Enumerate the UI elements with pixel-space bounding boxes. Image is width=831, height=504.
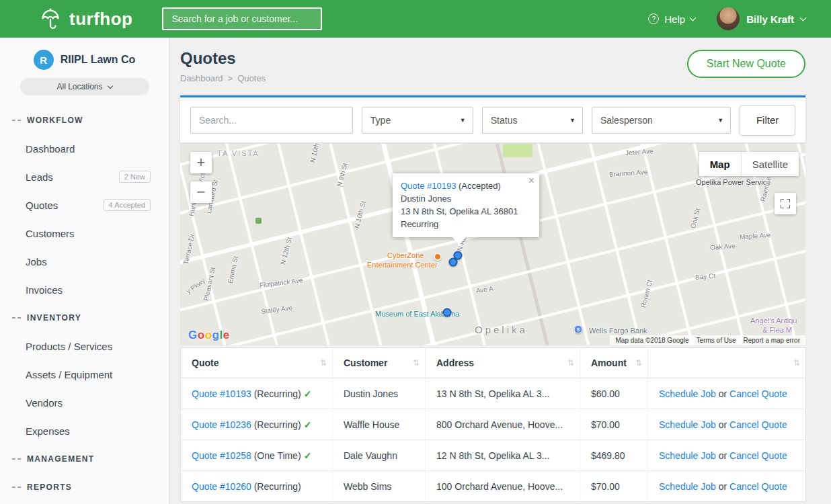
zoom-out-button[interactable]: − <box>190 181 212 203</box>
table-row: Quote #10236 (Recurring)✓ Waffle House 8… <box>181 409 806 440</box>
breadcrumb-dashboard[interactable]: Dashboard <box>180 73 223 83</box>
column-header-address[interactable]: Address⇅ <box>426 348 580 378</box>
column-header-quote[interactable]: Quote⇅ <box>181 348 333 378</box>
sidebar-item-vendors[interactable]: Vendors <box>0 388 169 417</box>
sidebar-item-assets-equipment[interactable]: Assets / Equipment <box>0 360 169 388</box>
main: Quotes Dashboard>Quotes Start New Quote … <box>169 38 831 504</box>
quote-link[interactable]: Quote #10258 <box>192 450 251 461</box>
map-type-satellite-button[interactable]: Satellite <box>742 152 799 176</box>
amount-cell: $60.00 <box>580 378 648 409</box>
sort-icon[interactable]: ⇅ <box>567 358 574 368</box>
item-label: Invoices <box>26 284 63 296</box>
quote-type: (Recurring) <box>254 388 301 399</box>
cancel-quote-link[interactable]: Cancel Quote <box>729 388 787 399</box>
info-window-quote-link[interactable]: Quote #10193 <box>401 181 456 191</box>
bank-marker[interactable]: $ <box>574 325 583 334</box>
fullscreen-button[interactable] <box>775 193 796 214</box>
park-icon <box>255 218 262 224</box>
map-label: Opelika <box>475 324 528 335</box>
sort-icon[interactable]: ⇅ <box>793 358 800 368</box>
customer-cell: Webb Sims <box>333 471 426 502</box>
cancel-quote-link[interactable]: Cancel Quote <box>729 419 787 430</box>
sidebar-item-quotes[interactable]: Quotes 4 Accepted <box>0 191 169 219</box>
quote-link[interactable]: Quote #10193 <box>192 388 251 399</box>
chevron-down-icon <box>690 14 697 21</box>
address-cell: 13 N 8th St, Opelika AL 3... <box>426 378 580 409</box>
locations-label: All Locations <box>56 82 102 91</box>
column-header-actions[interactable]: ⇅ <box>648 348 806 378</box>
start-new-quote-button[interactable]: Start New Quote <box>687 50 805 78</box>
section-inventory[interactable]: INVENTORY <box>0 304 169 332</box>
quote-link[interactable]: Quote #10236 <box>192 419 251 430</box>
sidebar-item-products-services[interactable]: Products / Services <box>0 332 169 360</box>
sidebar-item-dashboard[interactable]: Dashboard <box>0 134 169 163</box>
amount-cell: $70.00 <box>580 409 648 440</box>
schedule-job-link[interactable]: Schedule Job <box>659 481 716 492</box>
item-label: Products / Services <box>26 341 112 352</box>
quotes-search-input[interactable] <box>190 107 353 134</box>
map[interactable]: TA VISTAN 10th StN 9th StN 10th StN 12th… <box>180 144 805 345</box>
map-label: & Flea M <box>762 326 792 334</box>
schedule-job-link[interactable]: Schedule Job <box>659 450 716 461</box>
help-menu[interactable]: ? Help <box>648 13 695 25</box>
quote-marker[interactable] <box>454 251 463 260</box>
brand[interactable]: turfhop <box>38 6 132 32</box>
sidebar-item-invoices[interactable]: Invoices <box>0 276 169 304</box>
quote-type: (Recurring) <box>254 481 301 492</box>
leads-badge: 2 New <box>119 171 151 183</box>
report-map-error-link[interactable]: Report a map error <box>744 337 800 344</box>
user-menu[interactable]: Billy Kraft <box>717 7 805 30</box>
breadcrumb-quotes[interactable]: Quotes <box>237 73 266 83</box>
help-label: Help <box>664 13 685 25</box>
sidebar-item-customers[interactable]: Customers <box>0 219 169 247</box>
schedule-job-link[interactable]: Schedule Job <box>659 419 716 430</box>
item-label: Leads <box>26 171 53 183</box>
cancel-quote-link[interactable]: Cancel Quote <box>729 481 787 492</box>
section-reports[interactable]: REPORTS <box>0 473 169 501</box>
type-select[interactable]: Type ▼ <box>362 107 473 134</box>
map-label: Wells Fargo Bank <box>589 327 647 335</box>
map-label: CyberZone <box>387 251 424 259</box>
locations-select[interactable]: All Locations <box>20 78 149 95</box>
filter-button[interactable]: Filter <box>740 105 795 136</box>
company-logo: R <box>34 50 54 70</box>
filter-bar: Type ▼ Status ▼ Salesperson ▼ Filter <box>180 95 805 142</box>
section-label: MANAGEMENT <box>27 454 94 464</box>
chevron-down-icon <box>107 83 112 88</box>
salesperson-select[interactable]: Salesperson ▼ <box>592 107 731 134</box>
google-logo[interactable]: Google <box>188 329 230 342</box>
company-name: RIIPL Lawn Co <box>61 54 136 66</box>
global-search-input[interactable] <box>162 7 322 30</box>
map-info-window: × Quote #10193 (Accepted) Dustin Jones 1… <box>393 173 539 237</box>
map-label: Angel's Antiqu <box>750 317 797 325</box>
zoom-in-button[interactable]: + <box>190 152 212 173</box>
map-type-map-button[interactable]: Map <box>699 152 742 176</box>
sidebar-item-leads[interactable]: Leads 2 New <box>0 163 169 191</box>
quote-marker[interactable] <box>443 308 452 317</box>
sidebar-item-expenses[interactable]: Expenses <box>0 417 169 445</box>
chevron-down-icon <box>800 14 807 21</box>
map-data-text: Map data ©2018 Google <box>615 337 688 344</box>
schedule-job-link[interactable]: Schedule Job <box>659 388 716 399</box>
column-header-customer[interactable]: Customer⇅ <box>333 348 426 378</box>
sort-icon[interactable]: ⇅ <box>320 358 327 368</box>
quote-link[interactable]: Quote #10260 <box>192 481 251 492</box>
item-label: Assets / Equipment <box>26 369 112 380</box>
poi-marker[interactable] <box>434 253 442 261</box>
section-dashes-icon <box>12 120 21 121</box>
sort-icon[interactable]: ⇅ <box>413 358 420 368</box>
terms-of-use-link[interactable]: Terms of Use <box>697 337 736 344</box>
map-label: Entertainment Center <box>367 261 438 269</box>
customer-cell: Dustin Jones <box>333 378 426 409</box>
section-management[interactable]: MANAGEMENT <box>0 445 169 473</box>
section-workflow[interactable]: WORKFLOW <box>0 106 169 134</box>
info-window-address: 13 N 8th St, Opelika AL 36801 <box>401 206 523 218</box>
sidebar: R RIIPL Lawn Co All Locations WORKFLOW D… <box>0 38 169 504</box>
sort-icon[interactable]: ⇅ <box>635 358 642 368</box>
close-icon[interactable]: × <box>528 175 535 186</box>
cancel-quote-link[interactable]: Cancel Quote <box>729 450 787 461</box>
map-label: TA VISTA <box>217 149 260 157</box>
status-select[interactable]: Status ▼ <box>482 107 583 134</box>
sidebar-item-jobs[interactable]: Jobs <box>0 247 169 276</box>
column-header-amount[interactable]: Amount⇅ <box>580 348 648 378</box>
